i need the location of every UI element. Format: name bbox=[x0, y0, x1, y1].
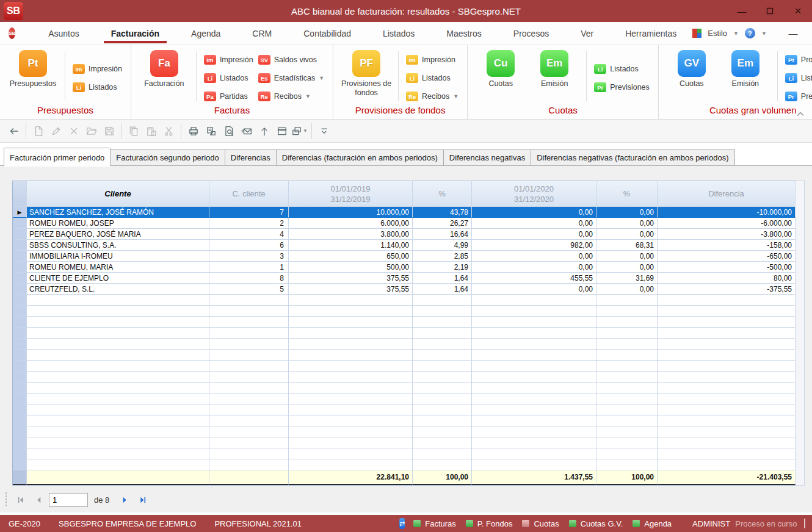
dropdown-icon[interactable]: ▼ bbox=[319, 75, 324, 81]
print-preview-icon[interactable] bbox=[220, 123, 237, 140]
small-button-previsones[interactable]: PrPrevisones bbox=[783, 87, 812, 106]
sb-menu-icon[interactable]: SB bbox=[9, 27, 15, 39]
menu-tab-agenda[interactable]: Agenda bbox=[175, 22, 236, 45]
paste-icon[interactable] bbox=[142, 123, 160, 140]
window-list-icon[interactable] bbox=[273, 123, 291, 140]
small-button-recibos[interactable]: ReRecibos▼ bbox=[404, 87, 461, 106]
doc-tab-diferencias-facturacion-en-ambos-periodos[interactable]: Diferencias (facturación en ambos period… bbox=[277, 149, 444, 166]
empty-cell bbox=[27, 372, 209, 383]
table-row[interactable]: SBSS CONSULTING, S.A.61.140,004,99982,00… bbox=[13, 240, 796, 251]
small-button-prototipos[interactable]: PtPrototipos bbox=[783, 51, 812, 69]
menu-tab-facturacion[interactable]: Facturación bbox=[95, 22, 175, 45]
grid-header-periodo1[interactable]: 01/01/201931/12/2019 bbox=[289, 181, 413, 207]
small-button-previsiones[interactable]: PrPrevisiones bbox=[592, 78, 652, 96]
status-indicator-cuotas: Cuotas bbox=[522, 519, 559, 528]
remote-support-icon[interactable]: ⇄ bbox=[399, 518, 405, 529]
new-document-icon[interactable] bbox=[29, 123, 47, 140]
small-button-listados[interactable]: LiListados bbox=[70, 78, 125, 96]
cut-icon[interactable] bbox=[160, 123, 178, 140]
menu-tab-maestros[interactable]: Maestros bbox=[430, 22, 498, 45]
empty-cell bbox=[472, 394, 596, 404]
first-page-icon[interactable] bbox=[12, 492, 28, 508]
grid-header-c-cliente[interactable]: C. cliente bbox=[209, 181, 289, 207]
menu-tab-procesos[interactable]: Procesos bbox=[498, 22, 565, 45]
big-button-facturacion[interactable]: FaFacturación bbox=[137, 50, 191, 88]
small-button-partidas[interactable]: PaPartidas bbox=[201, 87, 256, 106]
empty-cell bbox=[658, 317, 796, 328]
doc-tab-diferencias-negativas-facturacion-en-ambos-periodos[interactable]: Diferencias negativas (facturación en am… bbox=[531, 149, 734, 166]
table-row[interactable]: ROMEU ROMEU, JOSEP26.000,0026,270,000,00… bbox=[13, 218, 796, 229]
table-row[interactable]: CLIENTE DE EJEMPLO8375,551,64455,5531,69… bbox=[13, 273, 796, 284]
small-button-estadisticas[interactable]: EsEstadísticas▼ bbox=[256, 69, 327, 87]
maximize-icon[interactable] bbox=[756, 0, 784, 22]
table-row[interactable]: IMMOBILIARIA I-ROMEU3650,002,850,000,00-… bbox=[13, 251, 796, 262]
big-button-emision[interactable]: EmEmisión bbox=[527, 50, 581, 88]
print-export-icon[interactable] bbox=[202, 123, 220, 140]
menu-tab-asuntos[interactable]: Asuntos bbox=[32, 22, 95, 45]
menu-tab-herramientas[interactable]: Herramientas bbox=[609, 22, 692, 45]
previous-page-icon[interactable] bbox=[31, 492, 46, 508]
vertical-scrollbar[interactable] bbox=[796, 181, 805, 486]
grid-header-pct1[interactable]: % bbox=[413, 181, 472, 207]
toolbar-overflow-icon[interactable] bbox=[315, 123, 333, 140]
delete-icon[interactable] bbox=[65, 123, 82, 140]
dropdown-icon[interactable]: ▼ bbox=[305, 93, 311, 99]
window-cascade-icon[interactable]: ▼ bbox=[291, 123, 308, 140]
document-restore-icon[interactable] bbox=[808, 26, 812, 41]
menu-tab-contabilidad[interactable]: Contabilidad bbox=[288, 22, 367, 45]
grid-header-pct2[interactable]: % bbox=[596, 181, 658, 207]
print-icon[interactable] bbox=[184, 123, 202, 140]
table-row[interactable]: ▶SANCHEZ SANCHEZ, JOSÉ RAMÓN710.000,0043… bbox=[13, 207, 796, 218]
big-button-cuotas[interactable]: CuCuotas bbox=[474, 50, 527, 88]
small-button-listados[interactable]: LiListados bbox=[783, 69, 812, 87]
table-row[interactable]: CREUTZFELD, S.L.5375,551,640,000,00-375,… bbox=[13, 284, 796, 295]
small-button-impresion[interactable]: ImImpresión bbox=[201, 51, 256, 69]
help-icon[interactable]: ? bbox=[745, 28, 755, 38]
table-row[interactable]: PEREZ BAQUERO, JOSÉ MARIA43.800,0016,640… bbox=[13, 229, 796, 240]
grid-header-cliente[interactable]: Cliente bbox=[27, 181, 209, 207]
send-email-icon[interactable] bbox=[237, 123, 255, 140]
estilo-button[interactable]: Estilo bbox=[708, 29, 727, 38]
empty-cell bbox=[209, 328, 289, 339]
doc-tab-diferencias[interactable]: Diferencias bbox=[225, 149, 277, 166]
small-button-impresion[interactable]: ImImpresión bbox=[404, 51, 461, 69]
export-icon[interactable] bbox=[255, 123, 273, 140]
doc-tab-facturacion-primer-periodo[interactable]: Facturación primer periodo bbox=[4, 148, 111, 166]
open-folder-icon[interactable] bbox=[82, 123, 100, 140]
menu-tab-ver[interactable]: Ver bbox=[565, 22, 609, 45]
grid-header-periodo2[interactable]: 01/01/202031/12/2020 bbox=[472, 181, 596, 207]
big-button-presupuestos[interactable]: PtPresupuestos bbox=[6, 50, 60, 88]
doc-tab-diferencias-negativas[interactable]: Diferencias negativas bbox=[444, 149, 531, 166]
dropdown-icon[interactable]: ▼ bbox=[303, 128, 308, 134]
small-button-impresion[interactable]: ImImpresión bbox=[70, 60, 125, 78]
small-button-saldos-vivos[interactable]: SVSaldos vivos bbox=[256, 51, 327, 69]
next-page-icon[interactable] bbox=[117, 492, 132, 508]
doc-tab-facturacion-segundo-periodo[interactable]: Facturación segundo periodo bbox=[111, 149, 225, 166]
small-button-listados[interactable]: LiListados bbox=[201, 69, 256, 87]
big-button-emision[interactable]: EmEmisión bbox=[719, 50, 772, 88]
page-number-input[interactable] bbox=[49, 493, 88, 507]
estilo-dropdown-icon[interactable]: ▼ bbox=[733, 31, 739, 37]
grid-header-diferencia[interactable]: Diferencia bbox=[658, 181, 796, 207]
small-button-listados[interactable]: LiListados bbox=[404, 69, 461, 87]
copy-icon[interactable] bbox=[125, 123, 142, 140]
document-minimize-icon[interactable]: — bbox=[781, 26, 805, 41]
close-icon[interactable]: × bbox=[784, 0, 812, 22]
back-icon[interactable] bbox=[5, 123, 23, 140]
big-button-provisiones-de-fondos[interactable]: PFProvisiones de fondos bbox=[339, 50, 393, 98]
last-page-icon[interactable] bbox=[135, 492, 151, 508]
menu-tab-crm[interactable]: CRM bbox=[236, 22, 288, 45]
empty-cell bbox=[596, 317, 658, 328]
empty-row bbox=[13, 295, 796, 306]
dropdown-icon[interactable]: ▼ bbox=[453, 93, 459, 99]
small-button-listados[interactable]: LiListados bbox=[592, 60, 652, 78]
edit-icon[interactable] bbox=[47, 123, 65, 140]
help-dropdown-icon[interactable]: ▼ bbox=[761, 31, 767, 37]
save-icon[interactable] bbox=[100, 123, 118, 140]
menu-tab-listados[interactable]: Listados bbox=[367, 22, 430, 45]
minimize-icon[interactable]: — bbox=[728, 0, 756, 22]
table-row[interactable]: ROMEU ROMEU, MARIA1500,002,190,000,00-50… bbox=[13, 262, 796, 273]
big-button-cuotas[interactable]: GVCuotas bbox=[665, 50, 719, 88]
empty-cell bbox=[596, 426, 658, 437]
small-button-recibos[interactable]: ReRecibos▼ bbox=[256, 87, 327, 106]
